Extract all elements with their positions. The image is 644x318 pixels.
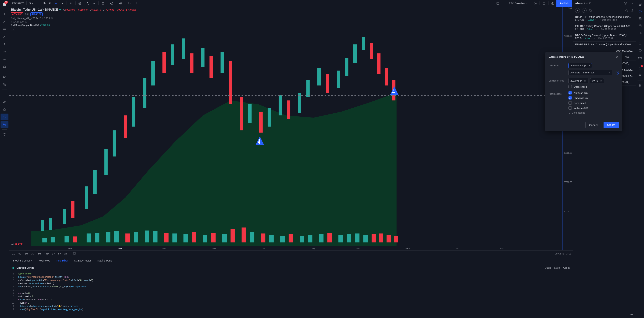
tab-screener[interactable]: Stock Screener▾	[10, 257, 35, 264]
panel-more-icon[interactable]	[630, 313, 633, 316]
clone-icon[interactable]	[589, 9, 592, 12]
alert-item[interactable]: ETHBTC Exiting Channel (Upper Bound: 0.0…	[573, 23, 636, 32]
popup-checkbox[interactable]: Show pop-up	[568, 96, 619, 100]
script-open[interactable]: Open	[544, 266, 551, 269]
notifications-icon[interactable]: 1	[637, 65, 643, 71]
trash-tool[interactable]	[0, 131, 8, 138]
indicators-dropdown[interactable]	[91, 1, 97, 6]
watchlist-icon[interactable]	[637, 1, 643, 8]
alerts-icon[interactable]	[637, 8, 643, 15]
layout-name[interactable]: BTC Overview	[503, 1, 530, 6]
fib-tool[interactable]	[0, 26, 8, 33]
time-axis[interactable]: Nov 2021 Mar May Jul Sep Nov 2022 Mar Ma…	[9, 246, 562, 250]
collapse-legend[interactable]: ▴	[11, 27, 15, 31]
emoji-tool[interactable]	[0, 64, 8, 70]
indicator-2[interactable]: FMA 24 200	[11, 20, 136, 23]
edit-tool[interactable]	[0, 98, 8, 105]
tab-notes[interactable]: Text Notes	[35, 257, 53, 264]
redo-button[interactable]	[133, 1, 139, 6]
range-3m[interactable]: 3M	[30, 252, 36, 256]
layout-button[interactable]	[494, 1, 501, 6]
chart-area[interactable]: Bitcoin / TetherUS · 1W · BINANCE O50053…	[9, 7, 563, 250]
text-tool[interactable]	[0, 41, 8, 48]
indicator-1[interactable]: CM_Ultimate_MA_MTF D 20 1 2 50 1	[11, 17, 136, 20]
indicators-fx-button[interactable]: fx	[86, 1, 90, 6]
chat-icon[interactable]	[637, 47, 643, 54]
zoom-tool[interactable]	[0, 81, 8, 88]
help-icon[interactable]: ?	[616, 71, 619, 75]
expiration-date[interactable]: 2022-01-14	[568, 78, 588, 83]
brush-tool[interactable]	[0, 33, 8, 40]
dom-icon[interactable]	[637, 72, 643, 79]
notify-app-checkbox[interactable]: Notify on app	[568, 91, 619, 95]
interval-d[interactable]: D	[48, 1, 53, 6]
goto-date[interactable]	[72, 251, 78, 256]
settings-button[interactable]	[532, 1, 538, 6]
ideas-icon[interactable]	[637, 40, 643, 47]
more-actions[interactable]: ⌄More actions	[568, 111, 619, 114]
symbol-button[interactable]: BTCUSDT	[10, 1, 25, 6]
sort-icon[interactable]	[630, 9, 634, 12]
undo-button[interactable]	[126, 1, 132, 6]
apps-icon[interactable]	[637, 82, 643, 89]
search-icon[interactable]	[625, 9, 628, 12]
alert-item[interactable]: ETHPERP Exiting Channel (Upper Bound: 49…	[573, 42, 636, 48]
add-alert-icon[interactable]	[624, 2, 627, 5]
interval-w[interactable]: W	[53, 1, 59, 6]
range-all[interactable]: All	[63, 252, 68, 256]
create-button[interactable]: Create	[604, 122, 619, 128]
alert-button[interactable]	[108, 1, 115, 6]
cursor-tool[interactable]	[0, 11, 8, 18]
pause-all-button[interactable]	[582, 8, 587, 13]
tab-pine[interactable]: Pine Editor	[53, 257, 71, 264]
fullscreen-button[interactable]	[541, 1, 547, 6]
close-icon[interactable]	[616, 55, 619, 59]
replay-button[interactable]	[117, 1, 124, 6]
interval-1h[interactable]: 1h	[35, 1, 41, 6]
range-6m[interactable]: 6M	[36, 252, 42, 256]
interval-4h[interactable]: 4h	[41, 1, 47, 6]
email-checkbox[interactable]: Send email	[568, 101, 619, 105]
alert-item[interactable]: BTC.D Exiting Channel (Upper Bound: 47.0…	[573, 32, 636, 42]
interval-dropdown[interactable]	[59, 1, 66, 6]
alert-item[interactable]: BTCPERP Exiting Channel (Upper Bound: 69…	[573, 14, 636, 23]
code-editor[interactable]: //@version=5 indicator("BullMarketSuppor…	[16, 271, 573, 318]
condition-type-select[interactable]: Any alert() function call▾	[568, 70, 612, 75]
snapshot-button[interactable]	[550, 1, 556, 6]
templates-button[interactable]	[100, 1, 106, 6]
condition-select[interactable]: BullMarketSup…▾	[568, 63, 592, 68]
indicator-3[interactable]: BullMarketSupportBand 5047672.86	[11, 24, 136, 27]
play-all-button[interactable]	[575, 8, 580, 13]
tab-trading[interactable]: Trading Panel	[94, 257, 116, 264]
expiration-time[interactable]: 09:42	[590, 78, 604, 83]
news-icon[interactable]	[637, 30, 643, 36]
webhook-checkbox[interactable]: Webhook URL	[568, 106, 619, 110]
pattern-tool[interactable]	[0, 48, 8, 55]
interval-5m[interactable]: 5m	[28, 1, 34, 6]
lock-tool[interactable]	[0, 106, 8, 113]
menu-button[interactable]: 11	[2, 2, 8, 8]
hotlists-icon[interactable]	[637, 16, 643, 22]
forecast-tool[interactable]	[0, 56, 8, 63]
open-ended-checkbox[interactable]: Open-ended	[568, 85, 619, 88]
candles-button[interactable]	[68, 1, 74, 6]
range-1d[interactable]: 1D	[11, 252, 17, 256]
stream-icon[interactable]	[637, 55, 643, 61]
publish-button[interactable]: Publish	[556, 0, 572, 7]
magnet-tool[interactable]	[0, 91, 8, 98]
script-save[interactable]: Save	[554, 266, 560, 269]
tab-strategy[interactable]: Strategy Tester	[71, 257, 94, 264]
range-5d[interactable]: 5D	[17, 252, 23, 256]
range-1y[interactable]: 1Y	[50, 252, 56, 256]
sync-drawings[interactable]	[0, 121, 8, 128]
alerts-more-icon[interactable]	[630, 2, 634, 5]
calendar-icon[interactable]	[637, 23, 643, 29]
trendline-tool[interactable]	[0, 18, 8, 25]
compare-button[interactable]	[76, 1, 83, 6]
sync-drawings-off[interactable]	[0, 114, 8, 120]
measure-tool[interactable]	[0, 73, 8, 80]
cancel-button[interactable]: Cancel	[585, 122, 602, 128]
range-1m[interactable]: 1M	[23, 252, 29, 256]
range-ytd[interactable]: YTD	[42, 252, 50, 256]
script-add[interactable]: Add to	[563, 266, 570, 269]
